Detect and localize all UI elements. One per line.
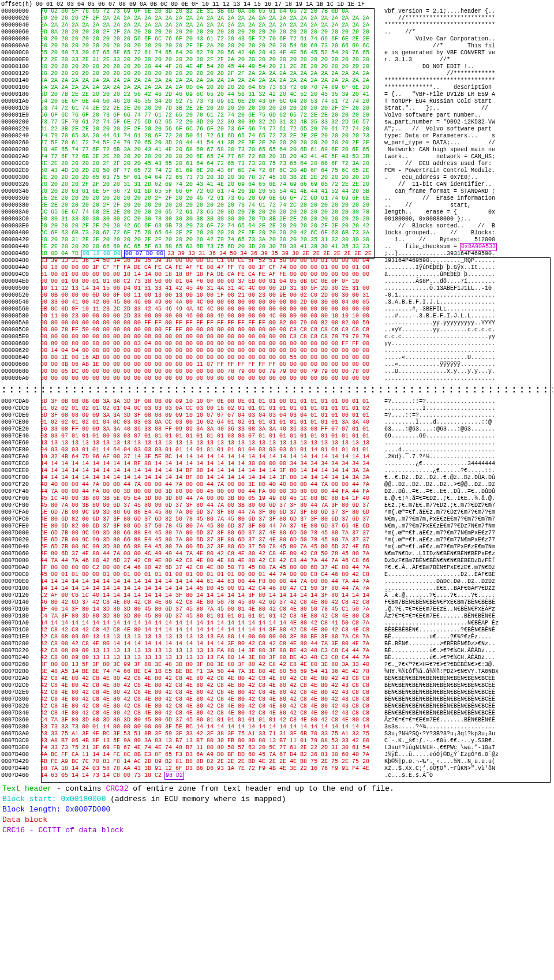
hex-row: 000004A000 18 00 00 00 1F CF FF FA DE CA… — [1, 264, 553, 271]
hex-row: 0007D4004A BC FF CA 11 14 14 FC 8C 0B E3… — [1, 751, 553, 758]
hex-row: 0007D1A014 14 14 14 14 14 14 14 14 14 14… — [1, 620, 553, 627]
hex-row: 0000060000 80 00 80 00 80 00 00 00 03 04… — [1, 341, 553, 347]
column-header: Offset(h) 00 01 02 03 04 05 06 07 08 09 … — [1, 1, 553, 8]
hex-row: 0007D20042 C8 00 42 C8 4E 80 14 14 14 14… — [1, 641, 553, 648]
legend-data-block: Data block — [2, 815, 552, 825]
hex-row: 0007D0C045 00 01 01 00 00 01 00 01 00 01… — [1, 571, 553, 578]
hex-row: 000004E000 00 01 08 00 01 01 08 C2 73 38… — [1, 278, 553, 285]
hex-row: 000005E000 00 00 00 00 00 00 00 00 00 00… — [1, 334, 553, 341]
hex-row: 000001E056 6F 6C 76 6F 20 73 6F 66 74 77… — [1, 112, 553, 119]
hex-row: 000001602A 2A 2A 2A 2A 2A 2A 2A 2A 2A 2A… — [1, 84, 553, 91]
hex-row: 000001C053 74 72 61 74 2E 22 2E 2E 20 20… — [1, 105, 553, 112]
hex-row: 0007D38033 73 33 73 00 01 14 00 00 00 00… — [1, 724, 553, 731]
hex-row: 0000058000 11 00 23 00 00 00 00 2D 33 00… — [1, 313, 553, 320]
hex-row: 000000402A 2A 2A 2A 2A 2A 2A 2A 2A 2A 2A… — [1, 22, 553, 29]
legend-block-length: Block length: 0x0007D000 — [2, 805, 552, 815]
hex-row: 0000048033 39 33 31 36 34 50 34 36 39 35… — [1, 257, 553, 264]
hex-row: 0000032020 20 20 20 2F 2F 20 20 31 31 2D… — [1, 181, 553, 188]
hex-row: 0007CF4044 7A 00 00 44 FA 00 00 3D 80 00… — [1, 488, 553, 495]
marker-block-start: 00 18 00 00 — [81, 250, 122, 258]
hex-row: 0007D3E074 33 73 75 21 3F 69 FB 67 4E 74… — [1, 745, 553, 751]
hex-row: 000005A000 00 00 00 00 00 00 00 00 00 FF… — [1, 320, 553, 327]
hex-row: 000005C000 00 78 FF 59 00 00 00 00 00 00… — [1, 327, 553, 334]
hex-row: 0007CE6013 13 13 13 13 13 13 13 13 13 13… — [1, 440, 553, 447]
hex-row: 000003802E 2E 20 20 20 20 2F 2F 20 20 20… — [1, 202, 553, 209]
hex-row: 000000E072 2E 20 33 2E 31 2E 33 20 20 20… — [1, 57, 553, 63]
hex-row: 0007CEC014 14 14 14 14 14 14 14 14 BF 80… — [1, 461, 553, 467]
hex-row: 0007D280BE 48 A5 14 BE BE 74 F4 66 BE E4… — [1, 668, 553, 675]
ellipsis-divider: ::::::::::::::::::::::::::::::::::::::::… — [1, 382, 553, 398]
hex-row: 000002E050 43 4D 20 2D 20 50 6F 77 65 72… — [1, 167, 553, 174]
hex-row: 0000022041 22 3B 2E 2E 20 20 20 2F 2F 20… — [1, 126, 553, 133]
hex-row: 0007CFE04E 80 6D 82 00 6D 37 3F 80 6D 37… — [1, 523, 553, 530]
hex-row: 000003A06C 65 6E 67 74 68 2E 2E 20 20 20… — [1, 209, 553, 216]
hex-row: 0007CE4003 03 07 01 01 01 00 03 03 07 01… — [1, 433, 553, 440]
hex-row: 0007D2603F 80 00 13 5F 3F 80 3C 99 3F 80… — [1, 661, 553, 668]
hex-row: 000003002E 20 20 20 20 65 63 75 5F 61 64… — [1, 174, 553, 181]
hex-row: 0007D1E042 C8 08 09 09 13 13 13 13 13 13… — [1, 634, 553, 641]
hex-row: 0007D1C042 C8 42 C8 42 C8 42 C8 4E 80 14… — [1, 627, 553, 634]
hex-row: 0007D10014 14 14 14 14 14 14 14 14 14 14… — [1, 585, 553, 592]
legend-crc16: CRC16 - CCITT of data block — [2, 825, 552, 836]
hex-row: 000001A054 20 6E 6F 6E 44 50 46 20 45 55… — [1, 98, 553, 105]
hex-row: 0000064000 00 1E 00 16 AB 00 00 00 00 00… — [1, 354, 553, 361]
hex-row: 0007D44058 7A 18 14 24 03 58 78 AA 43 3B… — [1, 765, 553, 772]
hex-row: 0007D34042 C8 4E 80 42 C8 4E 80 42 C8 4E… — [1, 710, 553, 717]
hex-row: 0000054000 33 00 41 00 42 00 45 00 46 00… — [1, 299, 553, 306]
hex-row: 000000C065 20 69 73 20 67 65 6E 65 72 61… — [1, 50, 553, 57]
hex-row: 000002A074 77 6F 72 6B 2E 2E 20 20 20 20… — [1, 154, 553, 160]
hex-viewer: Offset(h) 00 01 02 03 04 05 06 07 08 09 … — [1, 1, 553, 779]
hex-row: 0007D0E014 14 14 14 14 14 14 14 14 14 14… — [1, 578, 553, 585]
hex-row: 0007D32042 C8 4E 80 42 C8 4E 80 42 C8 4E… — [1, 703, 553, 710]
hex-row: 0007CFA05E 6D 7B 00 9C 99 3D 80 66 88 E4… — [1, 509, 553, 516]
hex-row: 0007D180C4 7A 3F 80 3D 80 3D 80 3D 80 45… — [1, 613, 553, 620]
hex-row: 0007CDC001 02 02 01 02 01 02 01 04 0C 03… — [1, 405, 553, 412]
hex-row: 0000002020 20 20 20 2F 2F 2A 2A 2A 2A 2A… — [1, 15, 553, 22]
hex-row: 0007D2E042 C8 4E 80 42 C8 4E 80 42 C8 4E… — [1, 689, 553, 696]
hex-row: 0000024074 79 70 65 3A 20 44 61 74 61 20… — [1, 133, 553, 140]
hex-row: 0000068000 00 05 DC 00 00 00 00 00 00 00… — [1, 368, 553, 375]
hex-row: 000004006C 6F 63 6B 73 20 67 72 6F 75 70… — [1, 230, 553, 237]
hex-row: 0007CE8004 03 03 03 01 01 14 64 04 03 03… — [1, 447, 553, 454]
hex-row: 0007D14046 80 42 6D 37 42 C8 4E 80 42 C8… — [1, 599, 553, 606]
hex-row: 000005600B 0C 0D 0F 10 11 23 2C 2D 33 42… — [1, 306, 553, 313]
hex-row: 000003E020 20 20 20 2F 2F 20 20 42 6C 6F… — [1, 223, 553, 230]
hex-row: 0007D2A042 C8 4E 80 42 C8 4E 80 42 C8 4E… — [1, 675, 553, 682]
hex-row: 000004603B 0D 0A 7D 00 18 00 00 00 07 D0… — [1, 250, 553, 257]
hex-row: 0007CFC04E 80 6D 82 00 6D 37 3F 80 6D 37… — [1, 516, 553, 523]
hex-row: 0000062000 14 04 04 00 00 00 00 00 00 00… — [1, 347, 553, 354]
hex-row: 0007CEE014 14 14 14 14 14 14 14 14 14 14… — [1, 467, 553, 474]
hex-row: 0007D24042 C8 08 09 09 13 13 13 13 13 13… — [1, 654, 553, 661]
hex-row: 0007D0205E 6D 7B 00 9C 99 3D 80 66 88 E4… — [1, 537, 553, 544]
hex-row: 000001402A 2A 2A 2A 2A 2A 2A 2A 2A 2A 2A… — [1, 77, 553, 84]
hex-row: 0007CEA019 32 4B 64 7D 96 AF 00 37 14 3F… — [1, 454, 553, 461]
hex-row: 0000000076 62 66 5F 76 65 72 73 69 6F 6E… — [1, 8, 553, 15]
hex-row: 0007CE2036 33 08 FF 09 09 3A 3A 40 36 33… — [1, 426, 553, 433]
marker-block-length: 00 07 D0 00 — [124, 250, 164, 258]
hex-row: 0007D46014 63 05 14 14 73 14 C8 00 73 18… — [1, 772, 553, 779]
legend-block-start: Block start: 0x00180000 (address in ECU … — [2, 794, 552, 805]
hex-row: 000002C02E 2E 20 20 20 20 2F 2F 20 20 45… — [1, 160, 553, 167]
hex-row: 0000034020 20 20 63 61 6E 5F 66 72 61 6D… — [1, 188, 553, 195]
hex-row: 0007D0A03F 80 00 80 00 C2 00 00 C4 46 80… — [1, 564, 553, 571]
hex-row: 0007D2C042 C8 4E 80 42 C8 4E 80 42 C8 4E… — [1, 682, 553, 689]
marker-crc32: 0x8A90A533 — [460, 243, 497, 251]
hex-row: 0000012020 20 20 20 20 20 20 20 20 20 20… — [1, 70, 553, 77]
hex-row: 0007CE0001 02 02 01 02 01 04 0C 03 03 03… — [1, 419, 553, 426]
hex-row: 0000050010 11 12 13 14 14 15 00 D4 01 31… — [1, 285, 553, 292]
hex-row: 0000020073 77 5F 70 61 72 74 5F 6E 75 6D… — [1, 119, 553, 126]
hex-row: 0007D0405E 6D 7B 00 9C 99 3D 80 66 88 E4… — [1, 544, 553, 551]
legend-text-header: Text header - contains CRC32 of entire z… — [2, 784, 552, 794]
hex-row: 0007D4204B FE A9 BC 7C 70 81 F8 14 AC 2D… — [1, 758, 553, 765]
hex-row: 0007CDA03D 3F 0B 0B 0B 0B 3A 3A 3D 3F 08… — [1, 398, 553, 405]
hex-row: 000000A020 20 20 20 20 20 20 20 20 20 20… — [1, 43, 553, 50]
hex-row: 0000008020 20 20 20 20 20 20 20 20 56 6F… — [1, 36, 553, 43]
hex-row: 0007CF6045 1C 40 00 3B 80 3B 5E 05 E4 3D… — [1, 495, 553, 502]
hex-row: 000004C061 00 01 00 00 00 00 00 18 14 14… — [1, 271, 553, 278]
hex-row: 0007D120C2 AF 00 C6 1C 40 14 14 14 14 14… — [1, 592, 553, 599]
hex-row: 000003C030 30 31 38 30 30 30 30 2C 20 30… — [1, 216, 553, 223]
hex-row: 000006A000 00 00 00 00 00 00 00 00 00 00… — [1, 375, 553, 382]
hex-row: 0007D0604E 80 6D 37 4E 80 44 7A 00 00 4C… — [1, 551, 553, 558]
hex-row: 0007CF0014 14 14 14 14 14 14 14 14 14 14… — [1, 474, 553, 481]
hex-row: 0007D3C043 A8 B7 06 4B 8F 13 5F 9A 80 3A… — [1, 738, 553, 745]
